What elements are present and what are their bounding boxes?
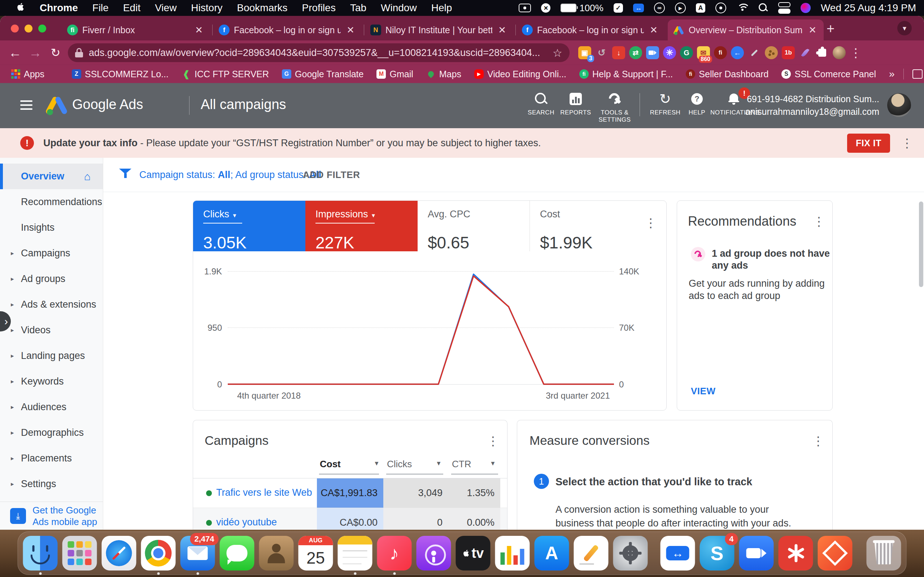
bookmark-maps[interactable]: Maps [426, 69, 461, 79]
sidebar-item-ad-groups[interactable]: ▸Ad groups [0, 266, 103, 292]
check-status-icon[interactable]: ✓ [614, 3, 623, 13]
status-x-icon[interactable]: ✕ [541, 3, 550, 13]
bookmark-video-editing[interactable]: ▶Video Editing Onli... [474, 69, 566, 79]
tab-facebook-2[interactable]: f Facebook – log in or sign up ✕ [516, 19, 665, 40]
menu-profiles[interactable]: Profiles [302, 2, 336, 14]
siri-icon[interactable] [800, 3, 811, 13]
photos-extension-icon[interactable]: ▣3 [578, 46, 591, 59]
bookmark-seller-dashboard[interactable]: fiSeller Dashboard [686, 69, 768, 79]
download-extension-icon[interactable]: ↓ [612, 46, 625, 59]
play-status-icon[interactable]: ▶ [675, 3, 686, 13]
skype-icon[interactable]: S 4 [700, 536, 734, 571]
diamond-app-icon[interactable] [818, 536, 853, 571]
menu-tab[interactable]: Tab [350, 2, 366, 14]
nav-search-button[interactable]: SEARCH [521, 92, 561, 116]
cookie-extension-icon[interactable] [765, 46, 778, 59]
sync-extension-icon[interactable]: ⇄ [629, 46, 642, 59]
close-window-button[interactable] [11, 24, 19, 32]
add-filter-button[interactable]: ADD FILTER [303, 169, 360, 181]
recommendations-menu-icon[interactable]: ⋮ [813, 215, 825, 227]
menu-file[interactable]: File [92, 2, 109, 14]
nav-reports-button[interactable]: REPORTS [556, 92, 596, 116]
apple-tv-icon[interactable]: tv [456, 536, 490, 571]
zoom-window-button[interactable] [38, 24, 46, 32]
sidebar-item-insights[interactable]: Insights [0, 215, 103, 240]
new-tab-button[interactable]: + [826, 21, 834, 37]
account-avatar[interactable] [887, 93, 911, 117]
calendar-icon[interactable]: AUG 25 [299, 536, 333, 571]
sidebar-footer-mobile-app[interactable]: ⤓ Get the Google Ads mobile app [0, 501, 103, 530]
metric-avg-cpc[interactable]: Avg. CPC $0.65 [418, 201, 530, 251]
menubar-clock[interactable]: Wed 25 Aug 4:19 PM [821, 2, 916, 14]
app-store-icon[interactable]: A [535, 536, 569, 571]
podcasts-icon[interactable] [416, 536, 451, 571]
table-row[interactable]: vidéo youtube CA$0.00 0 0.00% [193, 508, 507, 530]
chart-app-icon[interactable] [495, 536, 530, 571]
tab-close-icon[interactable]: ✕ [807, 24, 818, 36]
reload-button[interactable]: ↻ [45, 46, 66, 60]
minimize-window-button[interactable] [24, 24, 32, 32]
fix-it-button[interactable]: FIX IT [847, 134, 890, 153]
safari-icon[interactable] [102, 536, 137, 571]
tab-close-icon[interactable]: ✕ [497, 24, 508, 36]
tab-niloy-it[interactable]: N Niloy IT Institute | Your better f ✕ [365, 19, 513, 40]
tab-search-button[interactable]: ▾ [897, 21, 912, 35]
column-header-cost[interactable]: Cost [320, 459, 341, 470]
profile-avatar[interactable] [833, 46, 846, 59]
sidebar-item-overview[interactable]: Overview ⌂ [0, 164, 103, 189]
finder-icon[interactable] [23, 536, 58, 571]
system-preferences-icon[interactable] [613, 536, 648, 571]
sidebar-item-demographics[interactable]: ▸Demographics [0, 420, 103, 446]
adobe-cc-icon[interactable]: ∞ [654, 3, 665, 13]
messages-icon[interactable] [220, 536, 254, 571]
back-arrow-extension-icon[interactable]: ← [731, 46, 744, 59]
apple-menu-icon[interactable] [16, 2, 25, 15]
bookmarks-overflow-icon[interactable]: » [889, 68, 895, 80]
sidebar-item-settings[interactable]: ▸Settings [0, 471, 103, 497]
onebox-extension-icon[interactable]: 1b [782, 46, 795, 59]
tab-close-icon[interactable]: ✕ [648, 24, 659, 36]
pinwheel-app-icon[interactable] [779, 536, 813, 571]
menu-bookmarks[interactable]: Bookmarks [237, 2, 287, 14]
mail-icon[interactable]: 2,474 [180, 536, 215, 571]
contacts-icon[interactable] [259, 536, 294, 571]
grammarly-extension-icon[interactable]: G [680, 46, 693, 59]
tab-google-ads-overview[interactable]: Overview – Distribution Summi ✕ [668, 19, 824, 40]
screen-record-icon[interactable] [519, 3, 531, 13]
sidebar-item-videos[interactable]: ▸Videos [0, 318, 103, 343]
a-doc-icon[interactable]: A [696, 3, 705, 13]
conversions-menu-icon[interactable]: ⋮ [812, 435, 824, 447]
color-picker-extension-icon[interactable] [748, 46, 761, 59]
bookmark-gmail[interactable]: MGmail [376, 69, 413, 79]
sidebar-item-keywords[interactable]: ▸Keywords [0, 369, 103, 394]
back-button[interactable]: ← [5, 45, 25, 60]
alert-menu-icon[interactable]: ⋮ [901, 137, 913, 149]
teamviewer-icon[interactable]: ↔ [660, 536, 695, 571]
bookmark-apps[interactable]: Apps [11, 69, 44, 79]
wifi-icon[interactable] [736, 3, 749, 13]
menu-help[interactable]: Help [431, 2, 452, 14]
bookmark-icc-ftp[interactable]: ❰ICC FTP SERVER [182, 69, 269, 79]
menu-history[interactable]: History [191, 2, 222, 14]
chrome-icon[interactable] [141, 536, 176, 571]
tab-close-icon[interactable]: ✕ [193, 24, 204, 36]
fiverr-extension-icon[interactable]: fi [714, 46, 727, 59]
column-header-ctr[interactable]: CTR [452, 459, 471, 470]
feather-extension-icon[interactable] [799, 46, 812, 59]
nav-tools-settings-button[interactable]: TOOLS & SETTINGS [595, 92, 635, 124]
column-header-clicks[interactable]: Clicks [387, 459, 412, 470]
meet-camera-extension-icon[interactable] [646, 46, 659, 59]
sidebar-item-placements[interactable]: ▸Placements [0, 446, 103, 471]
spotlight-search-icon[interactable] [759, 3, 768, 13]
bookmark-sslcommerz[interactable]: ZSSLCOMMERZ Lo... [72, 69, 169, 79]
metric-clicks[interactable]: Clicks ▼ 3.05K [193, 201, 305, 251]
extensions-puzzle-icon[interactable] [816, 46, 829, 59]
launchpad-icon[interactable] [63, 536, 97, 571]
text-editor-app-icon[interactable] [574, 536, 609, 571]
music-icon[interactable]: ♪ [377, 536, 412, 571]
menu-edit[interactable]: Edit [123, 2, 140, 14]
snowflake-extension-icon[interactable]: ✳ [663, 46, 676, 59]
menu-chrome[interactable]: Chrome [40, 2, 78, 14]
bookmark-ssl-comerce[interactable]: SSSL Comerce Panel [781, 69, 876, 79]
campaigns-menu-icon[interactable]: ⋮ [487, 435, 499, 447]
